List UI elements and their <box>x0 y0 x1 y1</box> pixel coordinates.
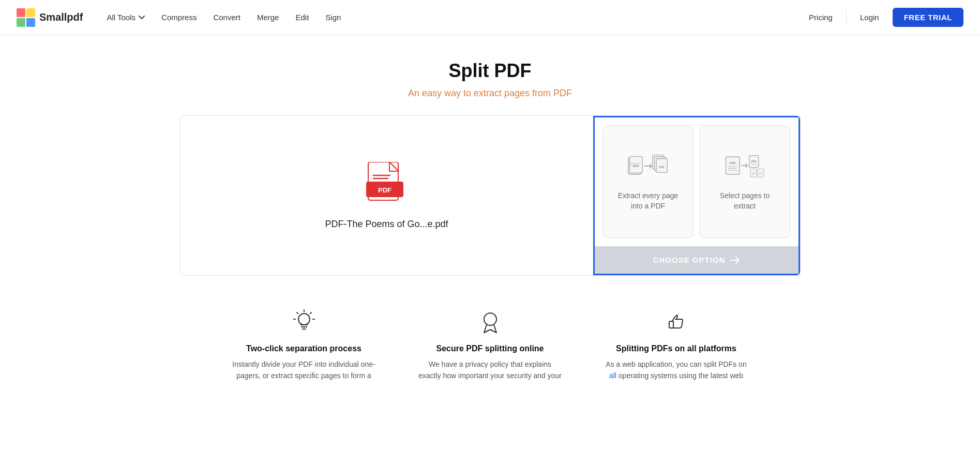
svg-text:pdf: pdf <box>759 172 763 175</box>
svg-point-36 <box>484 313 496 325</box>
svg-rect-2 <box>17 18 25 27</box>
hero-section: Split PDF An easy way to extract pages f… <box>0 35 980 115</box>
feature3-desc: As a web application, you can split PDFs… <box>604 359 749 382</box>
logo[interactable]: Smallpdf <box>17 8 83 27</box>
hero-subtitle: An easy way to extract pages from PDF <box>17 88 963 99</box>
nav-compress[interactable]: Compress <box>154 9 204 26</box>
feature2-desc: We have a privacy policy that explains e… <box>418 359 563 382</box>
logo-text: Smallpdf <box>39 11 83 23</box>
svg-text:PDF: PDF <box>730 161 736 165</box>
pdf-icon-wrap: PDF <box>366 162 408 211</box>
nav-sign[interactable]: Sign <box>318 9 348 26</box>
svg-text:PDF: PDF <box>659 165 665 168</box>
nav-edit[interactable]: Edit <box>288 9 316 26</box>
tool-container: PDF PDF-The Poems of Go...e.pdf PDF <box>180 115 801 276</box>
nav-convert[interactable]: Convert <box>206 9 248 26</box>
option-extract-every-page[interactable]: PDF PDF Extract every page into a PDF <box>603 126 693 238</box>
options-panel: PDF PDF Extract every page into a PDF <box>593 116 800 275</box>
feature1-title: Two-click separation process <box>246 344 361 353</box>
feature-secure: Secure PDF splitting online We have a pr… <box>418 309 563 382</box>
tool-area-wrapper: PDF PDF-The Poems of Go...e.pdf PDF <box>133 115 847 276</box>
svg-text:PDF: PDF <box>633 164 640 168</box>
nav-all-tools[interactable]: All Tools <box>99 9 152 26</box>
nav-right: Pricing Login FREE TRIAL <box>802 8 963 27</box>
feature1-desc: Instantly divide your PDF into individua… <box>232 359 376 382</box>
svg-text:PDF: PDF <box>378 186 391 194</box>
free-trial-button[interactable]: FREE TRIAL <box>893 8 963 27</box>
option1-label: Extract every page into a PDF <box>612 191 685 211</box>
svg-rect-37 <box>669 321 673 328</box>
svg-text:PDF: PDF <box>751 160 757 163</box>
page-title: Split PDF <box>17 60 963 82</box>
feature-platforms: Splitting PDFs on all platforms As a web… <box>604 309 749 382</box>
svg-text:pdf: pdf <box>752 172 756 175</box>
svg-rect-0 <box>17 8 25 17</box>
highlight-text: all <box>609 371 616 380</box>
svg-point-30 <box>298 314 310 325</box>
option-select-pages[interactable]: PDF PDF pdf <box>700 126 790 238</box>
navbar: Smallpdf All Tools Compress Convert Merg… <box>0 0 980 35</box>
feature2-title: Secure PDF splitting online <box>436 344 544 353</box>
nav-divider <box>846 9 847 26</box>
pricing-link[interactable]: Pricing <box>802 9 840 26</box>
option2-label: Select pages to extract <box>708 191 781 211</box>
login-link[interactable]: Login <box>853 9 886 26</box>
options-grid: PDF PDF Extract every page into a PDF <box>595 117 798 246</box>
svg-rect-3 <box>26 18 35 27</box>
feature-two-click: Two-click separation process Instantly d… <box>232 309 376 382</box>
svg-line-33 <box>310 312 311 314</box>
features-section: Two-click separation process Instantly d… <box>180 276 801 403</box>
feature3-title: Splitting PDFs on all platforms <box>616 344 736 353</box>
svg-rect-1 <box>26 8 35 17</box>
svg-rect-18 <box>726 157 740 174</box>
file-preview-area: PDF PDF-The Poems of Go...e.pdf <box>180 116 593 275</box>
nav-merge[interactable]: Merge <box>250 9 287 26</box>
file-name-label: PDF-The Poems of Go...e.pdf <box>325 219 448 230</box>
choose-option-label: CHOOSE OPTION <box>653 256 726 264</box>
nav-links: All Tools Compress Convert Merge Edit Si… <box>99 9 802 26</box>
svg-line-32 <box>297 312 298 314</box>
choose-option-button[interactable]: CHOOSE OPTION <box>595 246 798 274</box>
